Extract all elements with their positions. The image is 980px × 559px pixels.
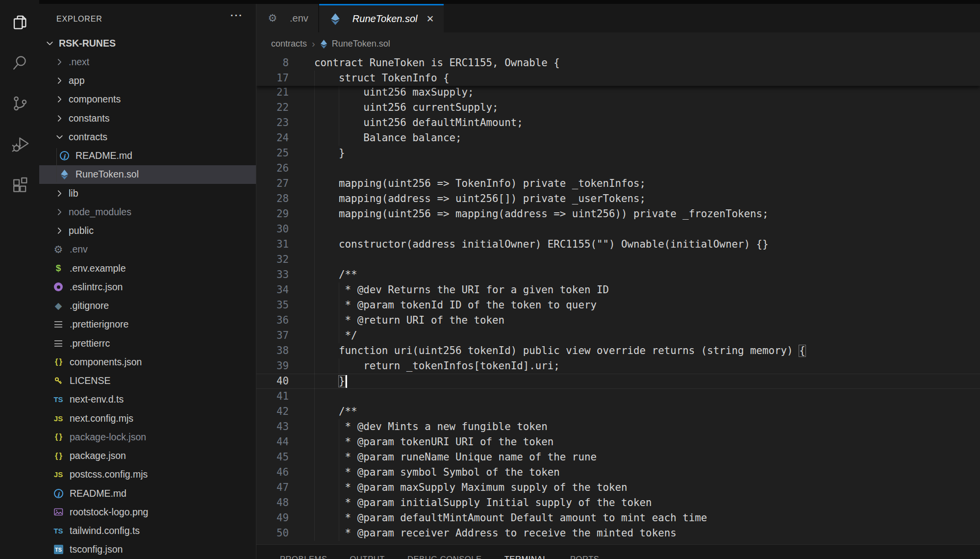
tree-item--prettierrc[interactable]: .prettierrc (39, 334, 256, 353)
code-line-22: 22 uint256 currentSupply; (256, 100, 980, 115)
tree-item-contracts[interactable]: contracts (39, 127, 256, 146)
code-line-36: 36 * @return URI of the token (256, 313, 980, 328)
panel-tab-ports[interactable]: PORTS (570, 555, 600, 559)
activitybar-search-icon[interactable] (11, 53, 29, 72)
tree-item-license[interactable]: LICENSE (39, 372, 256, 390)
tree-item-package-lock-json[interactable]: { }package-lock.json (39, 428, 256, 446)
tree-item--next[interactable]: .next (39, 52, 256, 71)
line-text: * @param runeName Unique name of the run… (314, 450, 597, 465)
activity-bar (0, 0, 39, 555)
tree-item--prettierignore[interactable]: .prettierignore (39, 315, 256, 334)
tree-item-rsk-runes[interactable]: RSK-RUNES (39, 34, 256, 52)
breadcrumb-folder[interactable]: contracts (271, 39, 307, 49)
indent-guide (314, 222, 315, 237)
line-number: 26 (256, 161, 289, 176)
panel-tab-problems[interactable]: PROBLEMS (280, 555, 327, 559)
activitybar-run-debug-icon[interactable] (11, 135, 29, 153)
tree-item-label: .env (70, 244, 88, 255)
tree-item--env[interactable]: ⚙.env (39, 240, 256, 259)
chevron-right-icon (54, 56, 65, 67)
line-text: * @dev Returns the URI for a given token… (314, 282, 609, 298)
tree-item--env-example[interactable]: $.env.example (39, 259, 256, 278)
tree-item-label: .gitignore (70, 300, 109, 311)
chevron-down-icon (54, 131, 65, 142)
tree-item-next-env-d-ts[interactable]: TSnext-env.d.ts (39, 390, 256, 409)
code-line-50: 50 * @param receiver Address to receive … (256, 526, 980, 541)
line-number: 8 (256, 55, 289, 71)
line-number: 43 (256, 419, 289, 434)
line-number: 48 (256, 495, 289, 510)
braces-icon: { } (52, 356, 65, 368)
tree-item-public[interactable]: public (39, 222, 256, 240)
tree-item--eslintrc-json[interactable]: .eslintrc.json (39, 278, 256, 296)
tree-item-label: README.md (75, 150, 132, 161)
sticky-line-8: 8contract RuneToken is ERC1155, Ownable … (256, 55, 980, 71)
tree-item-label: .prettierignore (70, 319, 128, 330)
tab-runetoken-sol[interactable]: RuneToken.sol✕ (319, 4, 444, 32)
sidebar-header: EXPLORER ··· (39, 4, 256, 34)
code-line-34: 34 * @dev Returns the URI for a given to… (256, 282, 980, 298)
activitybar-extensions-icon[interactable] (11, 176, 29, 194)
tree-item-node-modules[interactable]: node_modules (39, 203, 256, 221)
info-icon: i (52, 487, 65, 499)
tree-item-postcss-config-mjs[interactable]: JSpostcss.config.mjs (39, 465, 256, 484)
tree-item-components[interactable]: components (39, 90, 256, 109)
tree-item-runetoken-sol[interactable]: RuneToken.sol (39, 165, 256, 184)
line-text: * @param symbol Symbol of the token (314, 465, 560, 480)
indent-guide (314, 252, 315, 267)
tree-item--gitignore[interactable]: ◆.gitignore (39, 297, 256, 315)
tree-item-package-json[interactable]: { }package.json (39, 447, 256, 465)
close-icon[interactable]: ✕ (427, 14, 434, 24)
bracket-match (338, 375, 346, 387)
indent-guide (314, 161, 315, 176)
tree-item-components-json[interactable]: { }components.json (39, 353, 256, 371)
tree-item-readme-md[interactable]: iREADME.md (39, 147, 256, 165)
line-number: 49 (256, 510, 289, 526)
tree-item-lib[interactable]: lib (39, 184, 256, 203)
line-number: 25 (256, 146, 289, 161)
tree-item-app[interactable]: app (39, 72, 256, 90)
tab--env[interactable]: ⚙.env (256, 4, 319, 32)
chevron-right-icon (54, 188, 65, 199)
code-line-28: 28 mapping(address => uint256[]) private… (256, 191, 980, 206)
code-line-27: 27 mapping(uint256 => TokenInfo) private… (256, 176, 980, 191)
tree-item-rootstock-logo-png[interactable]: rootstock-logo.png (39, 503, 256, 521)
line-number: 37 (256, 328, 289, 343)
code-line-24: 24 Balance balance; (256, 130, 980, 146)
chevron-down-icon (44, 38, 55, 49)
line-number: 45 (256, 450, 289, 465)
code-editor[interactable]: } 21 uint256 maxSupply;22 uint256 curren… (256, 55, 980, 548)
line-text: * @param maxSupply Maximum supply of the… (314, 480, 628, 495)
line-text: mapping(uint256 => TokenInfo) private _t… (314, 176, 646, 191)
line-number: 22 (256, 100, 289, 115)
breadcrumb-file[interactable]: RuneToken.sol (332, 39, 390, 49)
code-line-31: 31 constructor(address initialOwner) ERC… (256, 237, 980, 252)
line-number: 36 (256, 313, 289, 328)
ts-icon: TS (52, 525, 65, 537)
braces-icon: { } (52, 431, 65, 443)
dollar-icon: $ (52, 262, 65, 274)
tree-item-label: constants (69, 113, 109, 124)
tree-item-label: next.config.mjs (70, 413, 133, 424)
tree-item-next-config-mjs[interactable]: JSnext.config.mjs (39, 409, 256, 428)
tab-label: .env (290, 13, 308, 24)
explorer-sidebar: EXPLORER ··· RSK-RUNES.nextappcomponents… (39, 4, 256, 559)
line-text: uint256 defaultMintAmount; (314, 115, 523, 130)
activitybar-explorer-icon[interactable] (11, 13, 29, 31)
tree-item-tsconfig-json[interactable]: TStsconfig.json (39, 540, 256, 559)
tree-item-readme-md[interactable]: iREADME.md (39, 484, 256, 503)
panel-tab-debug-console[interactable]: DEBUG CONSOLE (407, 555, 482, 559)
line-number: 24 (256, 130, 289, 146)
code-line-21: 21 uint256 maxSupply; (256, 85, 980, 100)
line-number: 29 (256, 206, 289, 222)
activitybar-source-control-icon[interactable] (11, 94, 29, 113)
code-line-29: 29 mapping(uint256 => mapping(address =>… (256, 206, 980, 222)
panel-tab-output[interactable]: OUTPUT (350, 555, 385, 559)
code-line-46: 46 * @param symbol Symbol of the token (256, 465, 980, 480)
panel-tab-terminal[interactable]: TERMINAL (504, 555, 548, 559)
line-number: 47 (256, 480, 289, 495)
tree-item-label: tsconfig.json (70, 544, 123, 555)
tree-item-tailwind-config-ts[interactable]: TStailwind.config.ts (39, 522, 256, 540)
tree-item-constants[interactable]: constants (39, 109, 256, 127)
more-actions-icon[interactable]: ··· (228, 10, 246, 24)
